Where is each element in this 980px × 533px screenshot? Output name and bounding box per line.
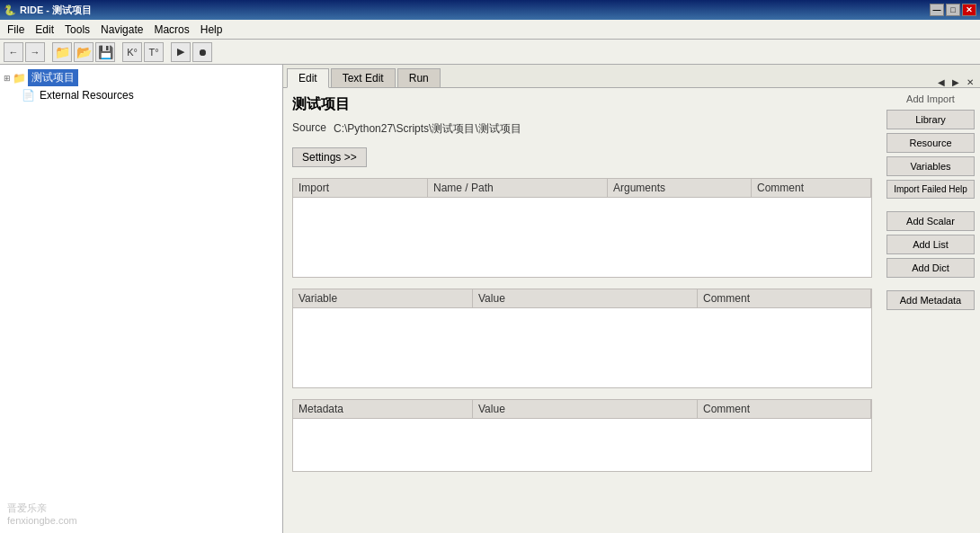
right-panel: Edit Text Edit Run ◀ ▶ ✕ 测试项目 Source C:\… bbox=[283, 65, 980, 533]
project-title: 测试项目 bbox=[292, 95, 872, 114]
metadata-col-1: Value bbox=[473, 400, 698, 418]
tab-run[interactable]: Run bbox=[397, 68, 441, 87]
import-failed-help-button[interactable]: Import Failed Help bbox=[886, 180, 975, 199]
keyword-button[interactable]: K° bbox=[122, 42, 142, 62]
import-table-body bbox=[292, 197, 872, 278]
tree-expand-icon[interactable]: ⊞ bbox=[4, 74, 11, 83]
variable-table-section: Variable Value Comment bbox=[292, 289, 872, 388]
variable-col-2: Comment bbox=[698, 289, 871, 307]
toolbar: ← → 📁 📂 💾 K° T° ▶ ⏺ bbox=[0, 40, 980, 65]
import-col-2: Arguments bbox=[608, 179, 752, 197]
app-icon: 🐍 bbox=[4, 4, 16, 16]
folder-icon: 📁 bbox=[13, 72, 26, 84]
open-button[interactable]: 📂 bbox=[74, 42, 94, 62]
source-label: Source bbox=[292, 121, 326, 137]
external-resources-item[interactable]: 📄 External Resources bbox=[22, 87, 279, 103]
import-table-header: Import Name / Path Arguments Comment bbox=[292, 178, 872, 197]
add-import-label: Add Import bbox=[886, 93, 975, 104]
tree-root-item[interactable]: ⊞ 📁 测试项目 bbox=[4, 68, 279, 87]
metadata-table-header: Metadata Value Comment bbox=[292, 399, 872, 418]
content-with-sidebar: 测试项目 Source C:\Python27\Scripts\测试项目\测试项… bbox=[283, 88, 980, 533]
new-button[interactable]: 📁 bbox=[52, 42, 72, 62]
menu-macros[interactable]: Macros bbox=[148, 22, 194, 38]
resource-button[interactable]: Resource bbox=[886, 133, 975, 153]
title-bar: 🐍 RIDE - 测试项目 — □ ✕ bbox=[0, 0, 980, 20]
tree-panel: ⊞ 📁 测试项目 📄 External Resources bbox=[0, 65, 283, 533]
metadata-col-2: Comment bbox=[698, 400, 871, 418]
source-row: Source C:\Python27\Scripts\测试项目\测试项目 bbox=[292, 121, 872, 137]
title-bar-left: 🐍 RIDE - 测试项目 bbox=[4, 4, 92, 17]
maximize-button[interactable]: □ bbox=[946, 4, 960, 16]
menu-edit[interactable]: Edit bbox=[30, 22, 59, 38]
main-layout: ⊞ 📁 测试项目 📄 External Resources Edit Text … bbox=[0, 65, 980, 533]
menu-file[interactable]: File bbox=[2, 22, 30, 38]
back-button[interactable]: ← bbox=[4, 42, 23, 62]
menu-navigate[interactable]: Navigate bbox=[95, 22, 148, 38]
add-dict-button[interactable]: Add Dict bbox=[886, 258, 975, 278]
testcase-button[interactable]: T° bbox=[144, 42, 164, 62]
import-col-3: Comment bbox=[752, 179, 871, 197]
minimize-button[interactable]: — bbox=[930, 4, 944, 16]
source-value: C:\Python27\Scripts\测试项目\测试项目 bbox=[334, 121, 521, 137]
forward-button[interactable]: → bbox=[25, 42, 45, 62]
variables-button[interactable]: Variables bbox=[886, 156, 975, 176]
variable-col-0: Variable bbox=[293, 289, 473, 307]
variable-table-body bbox=[292, 307, 872, 388]
menu-help[interactable]: Help bbox=[195, 22, 228, 38]
close-button[interactable]: ✕ bbox=[962, 4, 976, 16]
library-button[interactable]: Library bbox=[886, 110, 975, 129]
import-col-0: Import bbox=[293, 179, 428, 197]
save-button[interactable]: 💾 bbox=[95, 42, 115, 62]
tree-root-label[interactable]: 测试项目 bbox=[28, 69, 78, 86]
menu-tools[interactable]: Tools bbox=[59, 22, 95, 38]
menu-bar: File Edit Tools Navigate Macros Help bbox=[0, 20, 980, 40]
tree-child-item: 📄 External Resources bbox=[4, 87, 279, 103]
tab-nav-close-btn[interactable]: ✕ bbox=[964, 77, 976, 87]
add-list-button[interactable]: Add List bbox=[886, 235, 975, 254]
variable-col-1: Value bbox=[473, 289, 698, 307]
add-scalar-button[interactable]: Add Scalar bbox=[886, 211, 975, 231]
tab-edit[interactable]: Edit bbox=[287, 68, 329, 88]
title-bar-text: RIDE - 测试项目 bbox=[20, 4, 92, 17]
tab-nav-left-btn[interactable]: ◀ bbox=[935, 77, 948, 87]
right-sidebar: Add Import Library Resource Variables Im… bbox=[881, 88, 980, 533]
settings-button[interactable]: Settings >> bbox=[292, 147, 367, 167]
tab-text-edit[interactable]: Text Edit bbox=[331, 68, 396, 87]
stop-button[interactable]: ⏺ bbox=[192, 42, 212, 62]
tree-child-label[interactable]: External Resources bbox=[37, 88, 137, 102]
resources-icon: 📄 bbox=[22, 89, 35, 102]
tab-nav-right: ◀ ▶ ✕ bbox=[935, 77, 976, 87]
add-metadata-button[interactable]: Add Metadata bbox=[886, 290, 975, 310]
import-col-1: Name / Path bbox=[428, 179, 608, 197]
tab-bar: Edit Text Edit Run ◀ ▶ ✕ bbox=[283, 65, 980, 88]
tab-nav-right-btn[interactable]: ▶ bbox=[949, 77, 962, 87]
variable-table-header: Variable Value Comment bbox=[292, 289, 872, 307]
metadata-col-0: Metadata bbox=[293, 400, 473, 418]
import-table-section: Import Name / Path Arguments Comment bbox=[292, 178, 872, 278]
title-bar-controls[interactable]: — □ ✕ bbox=[930, 4, 976, 16]
run-button[interactable]: ▶ bbox=[171, 42, 191, 62]
watermark: 晋爱乐亲fenxiongbe.com bbox=[7, 502, 77, 526]
metadata-table-body bbox=[292, 418, 872, 472]
main-content: 测试项目 Source C:\Python27\Scripts\测试项目\测试项… bbox=[283, 88, 881, 533]
metadata-table-section: Metadata Value Comment bbox=[292, 399, 872, 472]
